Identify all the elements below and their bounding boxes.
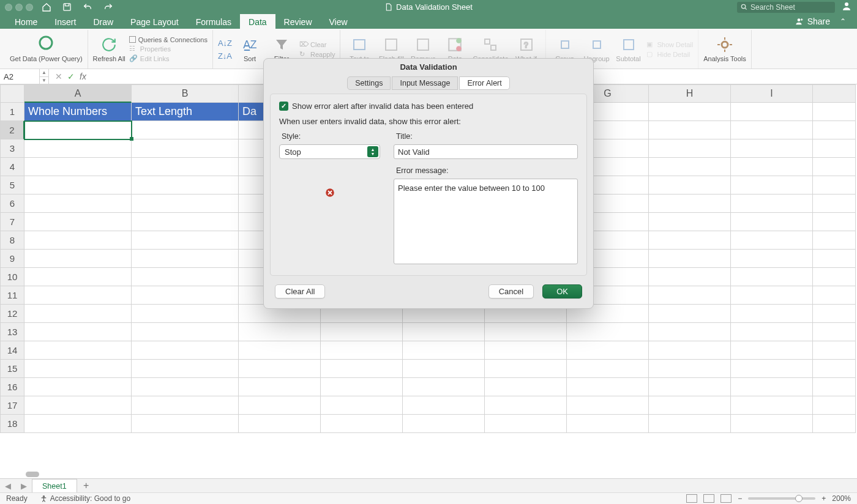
cell[interactable] (649, 139, 731, 158)
row-header[interactable]: 1 (0, 103, 24, 121)
sort-desc-icon[interactable]: Z↓A (218, 51, 232, 61)
row-header[interactable]: 8 (0, 231, 24, 250)
column-header[interactable] (813, 84, 856, 103)
accept-formula-icon[interactable]: ✓ (67, 72, 75, 81)
view-page-layout-icon[interactable] (703, 494, 714, 503)
cell[interactable] (132, 176, 239, 195)
clear-all-button[interactable]: Clear All (275, 284, 325, 298)
cell[interactable] (485, 323, 567, 341)
cell[interactable] (132, 323, 239, 341)
cell[interactable] (239, 360, 321, 378)
traffic-light-close[interactable] (5, 4, 12, 11)
cell[interactable] (321, 378, 403, 396)
cell[interactable] (132, 341, 239, 360)
refresh-all-button[interactable]: Refresh All (93, 35, 125, 62)
cell[interactable] (731, 305, 813, 323)
zoom-in-button[interactable]: + (821, 494, 826, 503)
cell[interactable] (132, 231, 239, 250)
cell[interactable] (24, 341, 132, 360)
title-input[interactable]: Not Valid (394, 144, 578, 159)
cell[interactable] (731, 286, 813, 305)
cell[interactable] (731, 213, 813, 231)
cell[interactable] (813, 396, 856, 415)
share-label[interactable]: Share (807, 17, 830, 26)
cell[interactable] (649, 158, 731, 176)
cell[interactable] (132, 139, 239, 158)
fx-icon[interactable]: fx (80, 72, 86, 81)
ribbon-tab-home[interactable]: Home (6, 14, 46, 29)
cell[interactable] (485, 360, 567, 378)
ribbon-tab-page-layout[interactable]: Page Layout (122, 14, 187, 29)
user-avatar-icon[interactable] (841, 1, 852, 13)
cell[interactable] (649, 195, 731, 213)
add-sheet-button[interactable]: + (77, 480, 95, 491)
cell[interactable] (321, 415, 403, 433)
cell[interactable] (24, 415, 132, 433)
cell[interactable] (567, 396, 649, 415)
cell[interactable] (24, 121, 132, 139)
cell[interactable] (813, 250, 856, 268)
cell[interactable] (485, 378, 567, 396)
cell[interactable] (567, 415, 649, 433)
row-header[interactable]: 9 (0, 250, 24, 268)
cell[interactable] (132, 360, 239, 378)
row-header[interactable]: 3 (0, 139, 24, 158)
cell[interactable] (567, 323, 649, 341)
cell[interactable] (813, 268, 856, 286)
cell[interactable] (649, 286, 731, 305)
cell[interactable] (649, 360, 731, 378)
column-header[interactable]: I (731, 84, 813, 103)
column-header[interactable]: B (132, 84, 239, 103)
traffic-light-minimize[interactable] (15, 4, 23, 11)
cell[interactable] (813, 341, 856, 360)
cell[interactable] (239, 396, 321, 415)
cell[interactable] (813, 415, 856, 433)
cell[interactable] (485, 341, 567, 360)
cell[interactable] (24, 268, 132, 286)
cell[interactable] (403, 360, 485, 378)
home-icon[interactable] (42, 2, 51, 12)
cell[interactable] (24, 378, 132, 396)
cell[interactable] (813, 121, 856, 139)
sheet-nav-prev-icon[interactable]: ◀ (0, 481, 16, 491)
cell[interactable] (649, 103, 731, 121)
row-header[interactable]: 2 (0, 121, 24, 139)
cell[interactable] (239, 378, 321, 396)
ribbon-tab-data[interactable]: Data (240, 14, 275, 29)
cell[interactable] (813, 103, 856, 121)
cell[interactable] (132, 286, 239, 305)
sort-asc-icon[interactable]: A↓Z (218, 39, 232, 48)
cell[interactable] (731, 268, 813, 286)
cell[interactable] (649, 415, 731, 433)
collapse-ribbon-icon[interactable]: ⌃ (840, 17, 846, 26)
cell[interactable] (731, 323, 813, 341)
cell[interactable] (321, 360, 403, 378)
cell[interactable] (24, 360, 132, 378)
cell[interactable] (403, 396, 485, 415)
view-normal-icon[interactable] (686, 494, 697, 503)
cell[interactable] (813, 176, 856, 195)
row-header[interactable]: 15 (0, 360, 24, 378)
sort-button[interactable]: A̲Z Sort (236, 35, 264, 62)
cell[interactable] (132, 378, 239, 396)
cell[interactable] (813, 231, 856, 250)
ribbon-tab-formulas[interactable]: Formulas (187, 14, 240, 29)
cell[interactable] (132, 268, 239, 286)
dialog-tab-settings[interactable]: Settings (347, 76, 391, 90)
row-header[interactable]: 11 (0, 286, 24, 305)
cell[interactable] (731, 341, 813, 360)
cell[interactable] (813, 213, 856, 231)
ribbon-tab-draw[interactable]: Draw (84, 14, 122, 29)
cell[interactable] (649, 213, 731, 231)
traffic-light-zoom[interactable] (26, 4, 33, 11)
dialog-tab-input-message[interactable]: Input Message (392, 76, 458, 90)
cell[interactable] (567, 341, 649, 360)
row-header[interactable]: 18 (0, 415, 24, 433)
cell[interactable] (132, 250, 239, 268)
column-header[interactable]: A (24, 84, 132, 103)
queries-connections-button[interactable]: Queries & Connections (129, 36, 208, 43)
ok-button[interactable]: OK (542, 284, 582, 298)
cell[interactable] (813, 139, 856, 158)
search-sheet-input[interactable]: Search Sheet (737, 2, 835, 13)
cell[interactable] (132, 121, 239, 139)
